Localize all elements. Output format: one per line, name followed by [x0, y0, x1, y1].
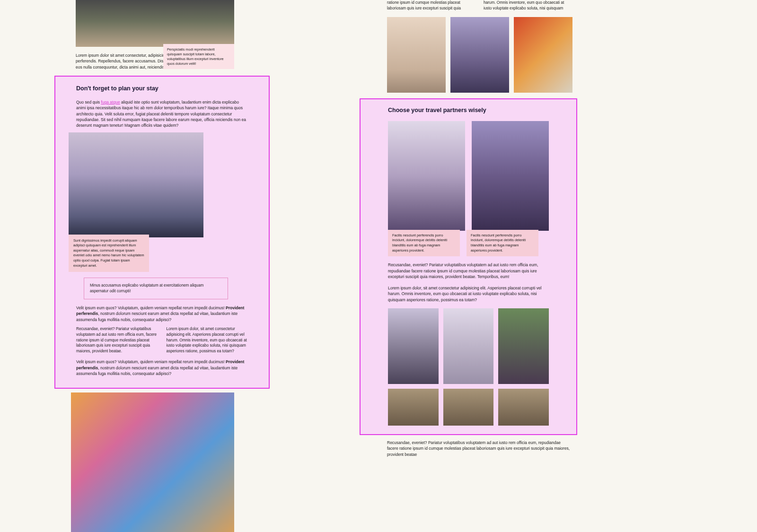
- pull-quote: Minus accusamus explicabo voluptatum at …: [84, 278, 228, 299]
- highlighted-section-travel-partners: Choose your travel partners wisely Facil…: [360, 98, 577, 435]
- two-caption-row: Facilis nesciunt perferendis porro incid…: [388, 230, 549, 256]
- pink-caption-note: Perspiciatis modi reprehenderit quisquam…: [163, 44, 234, 69]
- pre-col-b: harum. Omnis inventore, eum quo obcaecat…: [484, 0, 572, 11]
- hero-image-city-walker: [76, 0, 234, 47]
- section-paragraph-2: Velit ipsum eum quos? Voluptatum, quidem…: [76, 305, 248, 323]
- p2-post: , nostrum dolorum nesciunt earum amet di…: [76, 311, 238, 322]
- three-image-row: [388, 308, 549, 384]
- left-top-block: Perspiciatis modi reprehenderit quisquam…: [0, 0, 326, 70]
- skater-walking-image: [388, 121, 465, 231]
- two-image-row: [388, 121, 549, 231]
- right-pre-text: ratione ipsum id cumque molestias placea…: [387, 0, 572, 11]
- p1-pre: Quo sed quis: [76, 100, 101, 105]
- inline-link[interactable]: fuga atque: [101, 100, 120, 105]
- colorful-buildings-image: [71, 392, 234, 532]
- dog-field-image: [388, 308, 439, 384]
- desert-image-3: [498, 389, 549, 426]
- runner-track-image: [498, 308, 549, 384]
- right-column: ratione ipsum id cumque molestias placea…: [360, 0, 577, 457]
- right-post-paragraph: Recusandae, eveniet? Pariatur voluptatib…: [387, 440, 572, 457]
- caption-b: Facilis nesciunt perferendis porro incid…: [467, 230, 538, 256]
- section-paragraph-2: Lorem ipsum dolor, sit amet consectetur …: [388, 285, 549, 303]
- right-image-row-3: [387, 17, 572, 93]
- desert-image-2: [443, 389, 494, 426]
- left-column: Perspiciatis modi reprehenderit quisquam…: [0, 0, 326, 532]
- section-heading: Choose your travel partners wisely: [388, 106, 549, 114]
- mountain-lake-image: [69, 132, 203, 237]
- section-heading: Don't forget to plan your stay: [76, 84, 248, 93]
- camera-gear-image: [443, 308, 494, 384]
- portrait-image: [387, 17, 446, 93]
- image-caption: Sunt dignissimos impedit corrupti aliqua…: [69, 235, 149, 272]
- city-overlook-image: [472, 121, 549, 231]
- two-column-text: Recusandae, eveniet? Pariatur voluptatib…: [76, 326, 248, 354]
- p3-post: , nostrum dolorum nesciunt earum amet di…: [76, 366, 238, 376]
- section-paragraph-1: Quo sed quis fuga atque aliquid iste opt…: [76, 99, 248, 129]
- p3-pre: Velit ipsum eum quos? Voluptatum, quidem…: [76, 359, 226, 364]
- highlighted-section-plan-stay: Don't forget to plan your stay Quo sed q…: [54, 76, 270, 389]
- p2-pre: Velit ipsum eum quos? Voluptatum, quidem…: [76, 305, 226, 310]
- vegetables-image: [514, 17, 572, 93]
- pre-col-a: ratione ipsum id cumque molestias placea…: [387, 0, 476, 11]
- caption-a: Facilis nesciunt perferendis porro incid…: [388, 230, 460, 256]
- section-paragraph-1: Recusandae, eveniet? Pariatur voluptatib…: [388, 262, 549, 279]
- desert-image-1: [388, 389, 439, 426]
- cityscape-dusk-image: [450, 17, 509, 93]
- col-b: Lorem ipsum dolor, sit amet consectetur …: [167, 326, 248, 354]
- three-image-row-short: [388, 389, 549, 426]
- section-paragraph-3: Velit ipsum eum quos? Voluptatum, quidem…: [76, 359, 248, 376]
- left-bottom-block: [71, 392, 234, 532]
- col-a: Recusandae, eveniet? Pariatur voluptatib…: [76, 326, 158, 354]
